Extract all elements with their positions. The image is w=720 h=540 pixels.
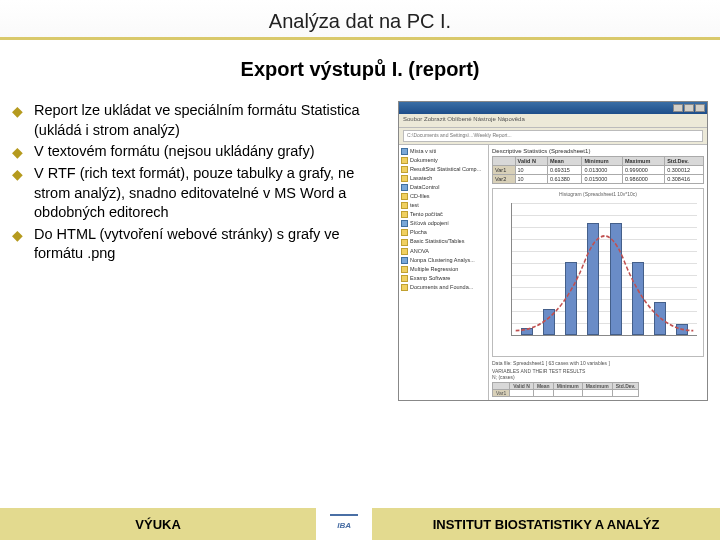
stats-title: Descriptive Statistics (Spreadsheet1) [492,148,704,154]
folder-icon [401,148,408,155]
col-header: Minimum [553,383,582,390]
tree-item: Multiple Regression [401,265,486,274]
col-header: Mean [547,157,582,166]
bullet-icon: ◆ [12,101,34,140]
cell: 10 [515,166,547,175]
cell [582,390,612,397]
tree-item: Nonpa Clustering Analys... [401,256,486,265]
close-icon [695,104,705,112]
main-pane: Descriptive Statistics (Spreadsheet1) Va… [489,145,707,400]
cell: 0.015000 [582,175,622,184]
cell: 0.300012 [665,166,704,175]
folder-icon [401,193,408,200]
folder-icon [401,248,408,255]
tree-item: CD-files [401,192,486,201]
window-menu: Soubor Zobrazit Oblíbené Nástroje Nápově… [399,114,707,128]
window-body: Místa v sítiDokumentyResultStat Statisti… [399,144,707,400]
tree-item: DataControl [401,183,486,192]
maximize-icon [684,104,694,112]
cell: Var2 [493,175,516,184]
list-item: ◆ V textovém formátu (nejsou ukládány gr… [12,142,386,162]
cell [510,390,534,397]
explorer-window: Soubor Zobrazit Oblíbené Nástroje Nápově… [398,101,708,401]
cell [533,390,553,397]
col-header: Valid N [515,157,547,166]
cell: 0.999000 [622,166,664,175]
bullet-icon: ◆ [12,164,34,223]
cell: 0.308416 [665,175,704,184]
col-header: Valid N [510,383,534,390]
cell: 0.986000 [622,175,664,184]
folder-tree: Místa v sítiDokumentyResultStat Statisti… [399,145,489,400]
col-header: Std.Dev. [612,383,639,390]
cell [553,390,582,397]
folder-icon [401,266,408,273]
bullet-text: Report lze ukládat ve speciálním formátu… [34,101,386,140]
footer-right: INSTITUT BIOSTATISTIKY A ANALÝZ [372,508,720,540]
folder-icon [401,202,408,209]
tree-item: Tento počítač [401,210,486,219]
col-header [493,383,510,390]
col-header: Maximum [582,383,612,390]
tree-item: Síťová odpojení [401,219,486,228]
iba-logo-icon: IBA [330,514,358,534]
folder-icon [401,166,408,173]
tree-item: Místa v síti [401,147,486,156]
folder-icon [401,157,408,164]
footer: VÝUKA IBA INSTITUT BIOSTATISTIKY A ANALÝ… [0,508,720,540]
col-header [493,157,516,166]
folder-icon [401,211,408,218]
folder-icon [401,257,408,264]
stats-table: Valid NMeanMinimumMaximumStd.Dev.Var1100… [492,156,704,184]
address-bar: C:\Documents and Settings\...\Weekly Rep… [403,130,703,142]
tree-item: Documents and Founda... [401,283,486,292]
cell [612,390,639,397]
col-header: Minimum [582,157,622,166]
bullet-list: ◆ Report lze ukládat ve speciálním formá… [12,101,386,401]
cell: 0.69315 [547,166,582,175]
cell: 0.61380 [547,175,582,184]
list-item: ◆ V RTF (rich text formát), pouze tabulk… [12,164,386,223]
bullet-text: V textovém formátu (nejsou ukládány graf… [34,142,386,162]
minimize-icon [673,104,683,112]
tree-item: Dokumenty [401,156,486,165]
list-item: ◆ Do HTML (vytvoření webové stránky) s g… [12,225,386,264]
folder-icon [401,275,408,282]
page-subtitle: Export výstupů I. (report) [0,58,720,81]
col-header: Std.Dev. [665,157,704,166]
folder-icon [401,284,408,291]
folder-icon [401,239,408,246]
col-header: Maximum [622,157,664,166]
chart-title: Histogram (Spreadsheet1 10v*10c) [493,191,703,197]
page-title: Analýza dat na PC I. [0,0,720,40]
data-file-line: Data file: Spreadsheet1 [ 63 cases with … [492,360,704,366]
tree-item: Plocha [401,228,486,237]
col-header: Mean [533,383,553,390]
n-line: N; (cases) [492,374,704,380]
tree-item: ANOVA [401,247,486,256]
bullet-text: Do HTML (vytvoření webové stránky) s gra… [34,225,386,264]
folder-icon [401,184,408,191]
bullet-icon: ◆ [12,142,34,162]
chart-plot [511,203,697,336]
below-text: Data file: Spreadsheet1 [ 63 cases with … [492,360,704,397]
window-titlebar [399,102,707,114]
folder-icon [401,220,408,227]
folder-icon [401,175,408,182]
bullet-text: V RTF (rich text formát), pouze tabulky … [34,164,386,223]
folder-icon [401,229,408,236]
chart-curve [512,203,697,335]
content-area: ◆ Report lze ukládat ve speciálním formá… [0,101,720,401]
histogram: Histogram (Spreadsheet1 10v*10c) [492,188,704,357]
footer-logo-area: IBA [316,508,372,540]
cell: Var1 [493,390,510,397]
stats-table-2: Valid NMeanMinimumMaximumStd.Dev.Var1 [492,382,639,397]
cell: Var1 [493,166,516,175]
footer-left: VÝUKA [0,508,316,540]
tree-item: Lasatech [401,174,486,183]
cell: 10 [515,175,547,184]
tree-item: Examp Software [401,274,486,283]
cell: 0.013000 [582,166,622,175]
bullet-icon: ◆ [12,225,34,264]
tree-item: test [401,201,486,210]
